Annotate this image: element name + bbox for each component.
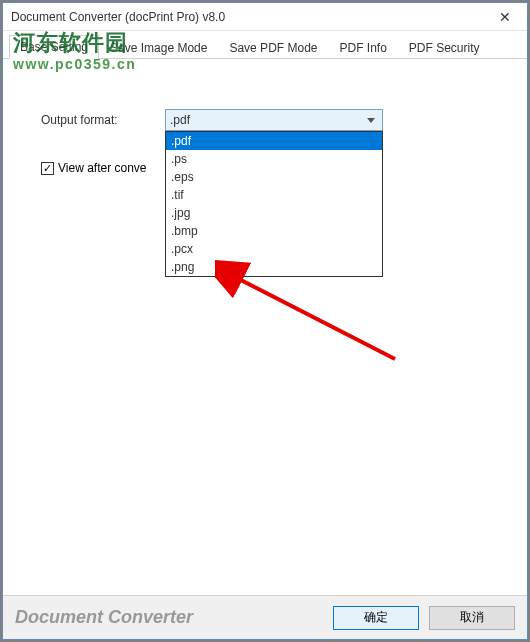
bottom-bar: Document Converter 确定 取消 [3,595,527,639]
title-bar: Document Converter (docPrint Pro) v8.0 ✕ [3,3,527,31]
output-format-label: Output format: [41,113,165,127]
svg-line-1 [235,277,395,359]
output-format-value: .pdf [170,113,364,127]
ok-button[interactable]: 确定 [333,606,419,630]
dialog-window: Document Converter (docPrint Pro) v8.0 ✕… [2,2,528,640]
brand-text: Document Converter [15,607,323,628]
tab-pdf-info[interactable]: PDF Info [328,36,397,59]
dropdown-option-pcx[interactable]: .pcx [166,240,382,258]
tab-base-setting[interactable]: Base Setting [9,35,99,59]
tab-save-pdf-mode[interactable]: Save PDF Mode [218,36,328,59]
close-button[interactable]: ✕ [483,3,527,31]
dropdown-option-tif[interactable]: .tif [166,186,382,204]
output-format-combo[interactable]: .pdf [165,109,383,131]
annotation-arrow-icon [215,259,415,379]
dropdown-option-eps[interactable]: .eps [166,168,382,186]
view-after-convert-checkbox[interactable]: ✓ [41,162,54,175]
output-format-row: Output format: .pdf [41,109,497,131]
tab-strip: Base Setting Save Image Mode Save PDF Mo… [3,31,527,59]
dropdown-option-ps[interactable]: .ps [166,150,382,168]
dropdown-option-bmp[interactable]: .bmp [166,222,382,240]
tab-pdf-security[interactable]: PDF Security [398,36,491,59]
window-title: Document Converter (docPrint Pro) v8.0 [11,10,225,24]
chevron-down-icon [364,118,378,123]
close-icon: ✕ [499,9,511,25]
cancel-button[interactable]: 取消 [429,606,515,630]
view-after-convert-label: View after conve [58,161,147,175]
tab-save-image-mode[interactable]: Save Image Mode [99,36,218,59]
dropdown-option-png[interactable]: .png [166,258,382,276]
output-format-dropdown[interactable]: .pdf .ps .eps .tif .jpg .bmp .pcx .png [165,131,383,277]
dropdown-option-jpg[interactable]: .jpg [166,204,382,222]
dropdown-option-pdf[interactable]: .pdf [166,132,382,150]
content-area: Output format: .pdf ✓ View after conve .… [3,59,527,595]
